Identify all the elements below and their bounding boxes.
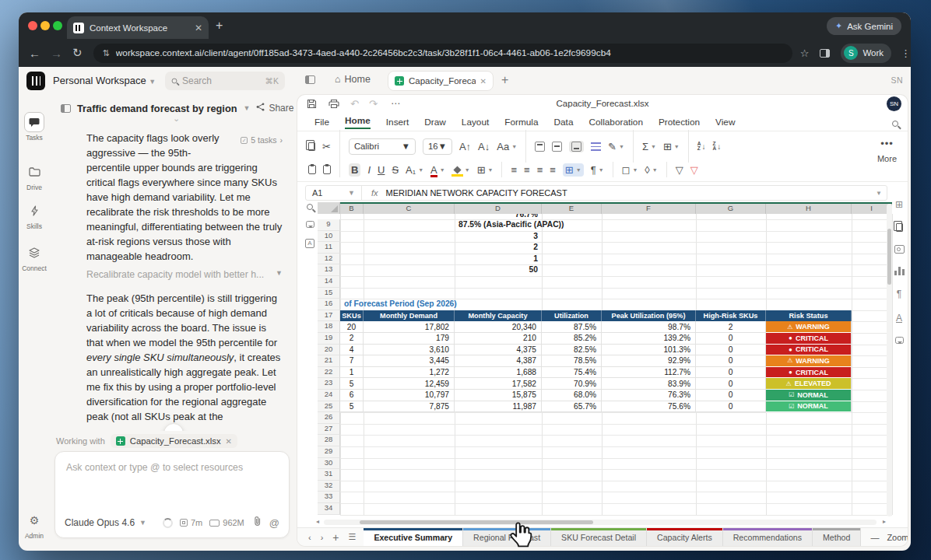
cell-value[interactable]: 2 bbox=[696, 321, 766, 333]
next-sheet-icon[interactable]: › bbox=[321, 533, 324, 542]
cell-value[interactable]: 1,272 bbox=[364, 367, 455, 379]
close-window-button[interactable] bbox=[28, 21, 37, 30]
chevron-down-icon[interactable]: ▼ bbox=[244, 104, 251, 112]
row-header-22[interactable]: 22 bbox=[318, 367, 340, 379]
row-header-23[interactable]: 23 bbox=[318, 378, 340, 390]
cell-value[interactable]: 17,802 bbox=[364, 321, 455, 333]
cell-value[interactable]: 179 bbox=[364, 333, 455, 345]
cell-D12[interactable]: 1 bbox=[455, 254, 542, 265]
table-header-7[interactable]: Risk Status bbox=[766, 310, 852, 322]
cell-value[interactable]: 4 bbox=[340, 345, 364, 356]
cell-D11[interactable]: 2 bbox=[455, 242, 542, 254]
merge-cells-icon[interactable]: ⊞▼ bbox=[563, 163, 584, 177]
cell-value[interactable]: 101.3% bbox=[602, 345, 696, 356]
font-size-select[interactable]: 16▼ bbox=[423, 138, 452, 155]
attach-file-icon[interactable] bbox=[253, 516, 262, 530]
cell-value[interactable]: 2 bbox=[340, 333, 364, 345]
doc-tab-close-icon[interactable]: ✕ bbox=[480, 77, 487, 86]
font-family-select[interactable]: Calibri▼ bbox=[349, 138, 416, 155]
chat-message-area[interactable]: ⌄ ✓5 tasks› The capacity flags look over… bbox=[50, 118, 296, 431]
table-header-1[interactable]: SKUs bbox=[340, 310, 364, 322]
decrease-font-icon[interactable]: A↓ bbox=[478, 141, 490, 152]
row-header-11[interactable]: 11 bbox=[318, 242, 340, 254]
sheet-tab-executive-summary[interactable]: Executive Summary bbox=[364, 528, 463, 546]
clear-filter-icon[interactable]: ▽ bbox=[690, 164, 698, 176]
wordart-icon[interactable]: A bbox=[896, 313, 902, 324]
horizontal-scrollbar[interactable] bbox=[324, 520, 877, 525]
prev-sheet-icon[interactable]: ‹ bbox=[308, 533, 311, 542]
bookmark-star-icon[interactable]: ☆ bbox=[800, 47, 810, 59]
table-header-5[interactable]: Peak Utilization (95%) bbox=[602, 310, 696, 322]
row-header-12[interactable]: 12 bbox=[318, 254, 340, 265]
cell-value[interactable]: 78.5% bbox=[542, 355, 602, 367]
sheet-tab-regional-forecast[interactable]: Regional Forecast bbox=[463, 528, 551, 546]
new-document-button[interactable]: + bbox=[501, 73, 508, 87]
chart-icon[interactable] bbox=[894, 267, 905, 275]
table-header-3[interactable]: Monthly Capacity bbox=[455, 310, 542, 322]
row-header-13[interactable]: 13 bbox=[318, 264, 340, 276]
cell-value[interactable]: 83.9% bbox=[602, 378, 696, 390]
address-bar[interactable]: ⇅ workspace.context.ai/client/agent/0ff1… bbox=[93, 44, 792, 63]
cell-value[interactable]: 82.5% bbox=[542, 345, 602, 356]
risk-status-cell[interactable]: ⚠ELEVATED bbox=[766, 378, 852, 390]
cell-value[interactable]: 112.7% bbox=[602, 367, 696, 379]
scroll-right-icon[interactable]: ▸ bbox=[883, 518, 886, 525]
risk-status-cell[interactable]: ●CRITICAL bbox=[766, 367, 852, 379]
comments-icon[interactable] bbox=[306, 221, 314, 228]
scroll-to-bottom-button[interactable]: ↓ bbox=[163, 423, 184, 431]
row-header-16[interactable]: 16 bbox=[318, 299, 340, 310]
row-header-30[interactable]: 30 bbox=[318, 458, 340, 470]
cell-value[interactable]: 4,387 bbox=[455, 355, 542, 367]
menu-layout[interactable]: Layout bbox=[462, 117, 489, 128]
insert-cells-icon[interactable]: ⊞▼ bbox=[663, 141, 680, 152]
add-sheet-icon[interactable]: + bbox=[332, 531, 339, 544]
reload-icon[interactable]: ↻ bbox=[72, 46, 83, 60]
collapsed-task-row[interactable]: Recalibrate capacity model with better h… bbox=[86, 269, 283, 280]
cell-value[interactable]: 0 bbox=[696, 345, 766, 356]
workspace-switcher[interactable]: Personal Workspace ▼ bbox=[53, 75, 156, 86]
cell-value[interactable]: 12,459 bbox=[364, 378, 455, 390]
sidebar-item-skills[interactable]: Skills bbox=[19, 201, 50, 230]
cell-value[interactable]: 1,688 bbox=[455, 367, 542, 379]
cell-value[interactable]: 76.3% bbox=[602, 390, 696, 401]
forward-icon[interactable]: → bbox=[51, 47, 62, 60]
risk-status-cell[interactable]: ☑NORMAL bbox=[766, 390, 852, 401]
sidebar-item-drive[interactable]: Drive bbox=[19, 162, 50, 191]
comment-panel-icon[interactable] bbox=[895, 337, 904, 344]
menu-home[interactable]: Home bbox=[345, 115, 371, 129]
align-middle-icon[interactable] bbox=[552, 142, 562, 152]
cell-value[interactable]: 1 bbox=[340, 367, 364, 379]
vertical-scrollbar-thumb[interactable] bbox=[887, 229, 891, 285]
column-header-E[interactable]: E bbox=[542, 202, 602, 214]
named-range-icon[interactable]: ◻▼ bbox=[622, 164, 638, 176]
sheet-tab-capacity-alerts[interactable]: Capacity Alerts bbox=[647, 528, 723, 546]
ask-gemini-button[interactable]: ✦ Ask Gemini bbox=[827, 17, 901, 35]
row-header-17[interactable]: 17 bbox=[318, 310, 340, 322]
cell-value[interactable]: 75.4% bbox=[542, 367, 602, 379]
font-color-icon[interactable]: A▼ bbox=[430, 164, 445, 176]
cell-value[interactable]: 17,582 bbox=[455, 378, 542, 390]
table-header-6[interactable]: High-Risk SKUs bbox=[696, 310, 766, 322]
row-header-19[interactable]: 19 bbox=[318, 333, 340, 345]
cell-value[interactable]: 6 bbox=[340, 390, 364, 401]
cell-value[interactable]: 65.7% bbox=[542, 401, 602, 413]
site-settings-icon[interactable]: ⇅ bbox=[103, 48, 110, 58]
zoom-level[interactable]: Zoom 100% bbox=[887, 533, 908, 542]
side-panel-icon[interactable] bbox=[820, 49, 830, 58]
cell-value[interactable]: 70.9% bbox=[542, 378, 602, 390]
subscript-icon[interactable]: A₁▼ bbox=[406, 164, 423, 176]
zoom-out-icon[interactable]: — bbox=[870, 533, 879, 542]
menu-data[interactable]: Data bbox=[554, 117, 574, 128]
cell-B16[interactable]: of Forecast Period (Sep 2026) bbox=[340, 299, 364, 310]
profile-chip[interactable]: S Work bbox=[841, 44, 891, 63]
risk-status-cell[interactable]: ●CRITICAL bbox=[766, 333, 852, 345]
row-header-24[interactable]: 24 bbox=[318, 390, 340, 401]
column-header-C[interactable]: C bbox=[364, 202, 455, 214]
expand-panel-icon[interactable] bbox=[61, 104, 71, 113]
row-header-32[interactable]: 32 bbox=[318, 481, 340, 492]
sidebar-item-tasks[interactable]: Tasks bbox=[19, 112, 50, 142]
table-header-4[interactable]: Utilization bbox=[542, 310, 602, 322]
text-case-icon[interactable]: Aa▼ bbox=[497, 141, 517, 152]
document-tab[interactable]: Capacity_Forecas ✕ bbox=[388, 71, 494, 91]
cell-value[interactable]: 0 bbox=[696, 355, 766, 367]
